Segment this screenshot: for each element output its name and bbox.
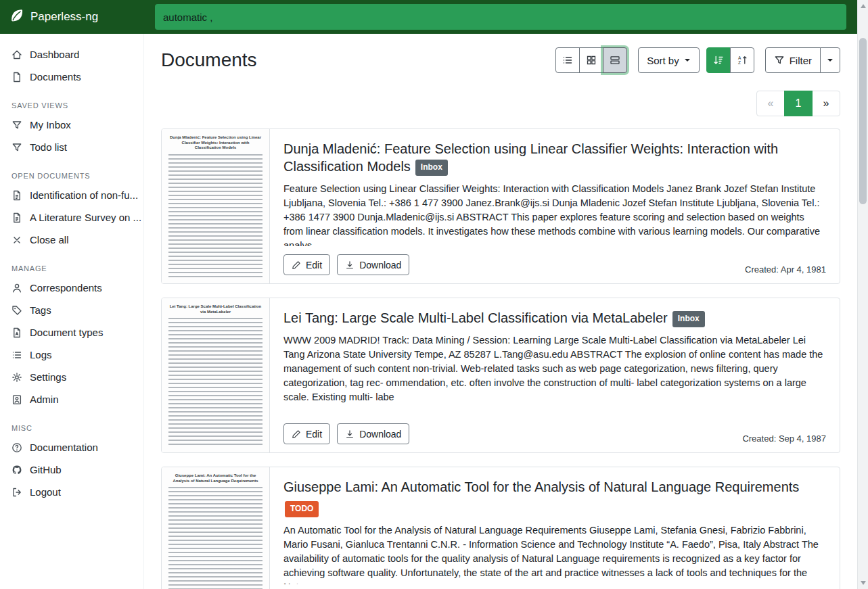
sidebar-item-settings[interactable]: Settings bbox=[0, 366, 143, 388]
sidebar-item-admin[interactable]: Admin bbox=[0, 388, 143, 410]
sidebar-item-label: Correspondents bbox=[30, 282, 102, 293]
person-icon bbox=[12, 283, 22, 293]
document-card-body: Giuseppe Lami: An Automatic Tool for the… bbox=[270, 467, 840, 589]
list-view-button[interactable] bbox=[555, 47, 580, 73]
pagination-page-1-button[interactable]: 1 bbox=[784, 91, 813, 116]
download-icon bbox=[345, 429, 355, 439]
details-view-button[interactable] bbox=[603, 47, 627, 73]
download-button[interactable]: Download bbox=[337, 423, 409, 444]
grid-view-icon bbox=[586, 55, 597, 66]
sidebar-item-my-inbox[interactable]: My Inbox bbox=[0, 114, 143, 136]
svg-text:A: A bbox=[738, 55, 741, 60]
thumbnail-text-lines bbox=[168, 318, 262, 446]
document-card: Lei Tang: Large Scale Multi-Label Classi… bbox=[161, 298, 840, 453]
sort-alpha-button[interactable]: AZ bbox=[730, 47, 754, 73]
vertical-scrollbar[interactable] bbox=[857, 0, 868, 589]
sidebar-item-label: Logout bbox=[30, 486, 61, 498]
pencil-icon bbox=[292, 260, 301, 270]
sidebar-item-label: Dashboard bbox=[30, 49, 79, 60]
created-date: Created: Apr 4, 1981 bbox=[745, 264, 826, 275]
sidebar-item-label: Todo list bbox=[30, 141, 67, 153]
view-toggle-group bbox=[555, 47, 627, 73]
page-title: Documents bbox=[161, 49, 257, 71]
sidebar-section-manage: MANAGE bbox=[0, 251, 143, 277]
sidebar-item-label: Close all bbox=[30, 234, 69, 245]
document-title-link[interactable]: Dunja Mladenić: Feature Selection using … bbox=[283, 140, 826, 176]
scrollbar-down-arrow-icon[interactable] bbox=[861, 581, 866, 585]
sidebar-item-open-doc-1[interactable]: Identification of non-fu... bbox=[0, 184, 143, 206]
filter-group: Filter bbox=[765, 47, 840, 73]
sidebar-item-label: A Literature Survey on ... bbox=[30, 212, 141, 223]
sidebar-item-github[interactable]: GitHub bbox=[0, 458, 143, 481]
scrollbar-thumb[interactable] bbox=[859, 38, 867, 204]
document-title-link[interactable]: Giuseppe Lami: An Automatic Tool for the… bbox=[283, 478, 826, 517]
scrollbar-up-arrow-icon[interactable] bbox=[861, 4, 866, 8]
sidebar-item-open-doc-2[interactable]: A Literature Survey on ... bbox=[0, 206, 143, 229]
file-text-icon bbox=[12, 212, 22, 223]
document-thumbnail[interactable]: Lei Tang: Large Scale Multi-Label Classi… bbox=[162, 298, 270, 452]
document-excerpt: Feature Selection using Linear Classifie… bbox=[283, 182, 826, 246]
sidebar-item-document-types[interactable]: Document types bbox=[0, 321, 143, 344]
sidebar-item-logout[interactable]: Logout bbox=[0, 481, 143, 503]
edit-label: Edit bbox=[306, 260, 322, 270]
filter-label: Filter bbox=[790, 55, 812, 66]
sidebar-item-documentation[interactable]: Documentation bbox=[0, 436, 143, 458]
document-thumbnail[interactable]: Dunja Mladenić: Feature Selection using … bbox=[162, 129, 270, 283]
document-card: Giuseppe Lami: An Automatic Tool for the… bbox=[161, 467, 840, 589]
document-thumbnail[interactable]: Giuseppe Lami: An Automatic Tool for the… bbox=[162, 467, 270, 589]
brand-name: Paperless-ng bbox=[30, 10, 98, 24]
document-title: Giuseppe Lami: An Automatic Tool for the… bbox=[283, 479, 799, 494]
document-title: Lei Tang: Large Scale Multi-Label Classi… bbox=[283, 310, 668, 325]
sidebar-item-label: Tags bbox=[30, 304, 51, 316]
tag-badge-inbox[interactable]: Inbox bbox=[672, 311, 705, 327]
download-button[interactable]: Download bbox=[337, 254, 409, 275]
edit-button[interactable]: Edit bbox=[283, 254, 330, 275]
sort-by-button[interactable]: Sort by bbox=[638, 47, 700, 73]
sidebar-item-correspondents[interactable]: Correspondents bbox=[0, 277, 143, 299]
tag-badge-inbox[interactable]: Inbox bbox=[415, 160, 448, 176]
sidebar-item-label: Settings bbox=[30, 371, 66, 383]
sort-descending-button[interactable] bbox=[706, 47, 731, 73]
toolbar-controls: Sort by AZ bbox=[555, 47, 840, 73]
close-icon bbox=[12, 235, 22, 245]
svg-text:Z: Z bbox=[738, 60, 741, 65]
pagination-prev-button[interactable]: « bbox=[756, 91, 785, 116]
sort-alpha-icon: AZ bbox=[737, 55, 748, 66]
brand-link[interactable]: Paperless-ng bbox=[0, 0, 144, 34]
tag-icon bbox=[12, 305, 22, 316]
filter-button[interactable]: Filter bbox=[765, 47, 821, 73]
funnel-icon bbox=[12, 142, 22, 153]
grid-view-button[interactable] bbox=[579, 47, 603, 73]
pagination-next-button[interactable]: » bbox=[812, 91, 840, 116]
document-title-link[interactable]: Lei Tang: Large Scale Multi-Label Classi… bbox=[283, 309, 826, 327]
thumbnail-text-lines bbox=[168, 487, 262, 589]
sidebar-item-dashboard[interactable]: Dashboard bbox=[0, 43, 143, 66]
search-bar bbox=[144, 0, 857, 34]
sidebar-item-label: Documentation bbox=[30, 442, 98, 453]
caret-down-icon bbox=[684, 57, 691, 64]
sidebar-item-label: Identification of non-fu... bbox=[30, 189, 138, 201]
sidebar-item-documents[interactable]: Documents bbox=[0, 66, 143, 88]
sidebar-item-label: My Inbox bbox=[30, 119, 71, 131]
sidebar-item-close-all[interactable]: Close all bbox=[0, 229, 143, 251]
sidebar-item-label: GitHub bbox=[30, 464, 62, 475]
sidebar-section-open-documents: OPEN DOCUMENTS bbox=[0, 158, 143, 184]
filter-dropdown-button[interactable] bbox=[820, 47, 840, 73]
gear-icon bbox=[12, 372, 22, 383]
sort-controls: Sort by AZ bbox=[638, 47, 754, 73]
topbar: Paperless-ng bbox=[0, 0, 857, 34]
funnel-icon bbox=[12, 120, 22, 131]
document-card-body: Dunja Mladenić: Feature Selection using … bbox=[270, 129, 840, 283]
download-label: Download bbox=[359, 260, 401, 270]
list-view-icon bbox=[562, 55, 573, 66]
question-circle-icon bbox=[12, 442, 22, 453]
tag-badge-todo[interactable]: TODO bbox=[285, 501, 319, 517]
sidebar-item-tags[interactable]: Tags bbox=[0, 299, 143, 321]
thumbnail-title: Lei Tang: Large Scale Multi-Label Classi… bbox=[168, 304, 262, 314]
sidebar-item-logs[interactable]: Logs bbox=[0, 344, 143, 366]
sidebar-item-todo-list[interactable]: Todo list bbox=[0, 136, 143, 158]
sidebar-item-label: Admin bbox=[30, 394, 59, 405]
edit-button[interactable]: Edit bbox=[283, 423, 330, 444]
document-actions: Edit Download bbox=[283, 584, 826, 589]
search-input[interactable] bbox=[155, 4, 846, 30]
